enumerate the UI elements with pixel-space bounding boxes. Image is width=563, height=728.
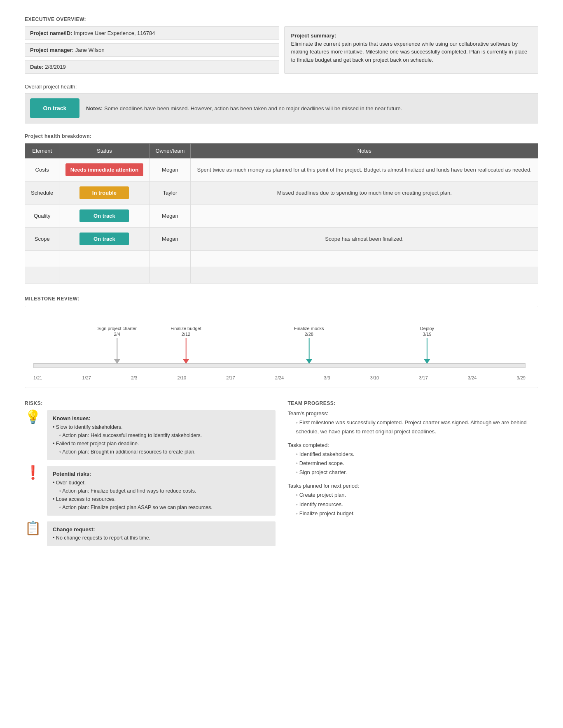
notes-cell: Spent twice as much money as planned for… [191, 158, 538, 181]
table-row: ScheduleIn troubleTaylorMissed deadlines… [25, 181, 538, 205]
notes-cell: Missed deadlines due to spending too muc… [191, 181, 538, 205]
table-row-empty [25, 267, 538, 284]
milestone-label: Deploy [420, 326, 434, 331]
project-summary-text: Eliminate the current pain points that u… [291, 41, 528, 63]
task-completed-item: Identified stakeholders. [296, 450, 539, 459]
tasks-completed-subsection: Tasks completed: Identified stakeholders… [288, 442, 539, 477]
tasks-completed-list: Identified stakeholders.Determined scope… [288, 450, 539, 477]
milestone-marker: Finalize budget2/12 [171, 326, 201, 364]
risk-line: • Failed to meet project plan deadline. [53, 440, 270, 448]
executive-overview-section: EXECUTIVE OVERVIEW: Project name/ID: Imp… [25, 16, 538, 74]
element-cell: Schedule [25, 181, 59, 205]
risk-content: Change request:• No change requests to r… [47, 521, 276, 547]
milestone-label: Finalize budget [171, 326, 201, 331]
axis-label: 2/24 [275, 375, 284, 380]
project-name-value: Improve User Experience, 116784 [74, 30, 155, 36]
status-badge: On track [79, 209, 129, 222]
task-completed-item: Sign project charter. [296, 468, 539, 477]
health-notes-text: Some deadlines have been missed. However… [104, 105, 402, 112]
table-row: QualityOn trackMegan [25, 205, 538, 228]
overall-health-box: On track Notes: Some deadlines have been… [25, 93, 538, 123]
risk-line: • Over budget. [53, 479, 270, 487]
risk-icon: 💡 [25, 410, 41, 423]
axis-label: 3/3 [324, 375, 330, 380]
risk-line: ◦ Action plan: Brought in additional res… [53, 448, 270, 456]
team-progress-title: TEAM PROGRESS: [288, 400, 539, 406]
team-progress-list: First milestone was successfully complet… [288, 418, 539, 436]
health-notes-label: Notes: [86, 105, 103, 112]
owner-cell: Taylor [150, 181, 191, 205]
owner-cell: Megan [150, 158, 191, 181]
exec-grid: Project name/ID: Improve User Experience… [25, 26, 538, 74]
status-badge: Needs immediate attention [65, 163, 143, 176]
axis-label: 2/17 [226, 375, 235, 380]
status-cell: In trouble [59, 181, 150, 205]
element-cell: Scope [25, 228, 59, 251]
risk-icon: ❗ [25, 466, 41, 479]
milestone-line [427, 338, 428, 359]
owner-cell: Megan [150, 205, 191, 228]
axis-label: 3/10 [370, 375, 379, 380]
risks-section: RISKS: 💡Known issues:• Slow to identify … [25, 400, 276, 552]
project-summary-label: Project summary: [291, 33, 336, 39]
risk-content: Potential risks:• Over budget.◦ Action p… [47, 466, 276, 516]
milestone-section: MILESTONE REVIEW: Sign project charter2/… [25, 296, 538, 388]
axis-label: 1/27 [82, 375, 91, 380]
breakdown-table: Element Status Owner/team Notes CostsNee… [25, 143, 538, 284]
notes-cell [191, 205, 538, 228]
axis-label: 3/17 [419, 375, 428, 380]
milestone-line [185, 338, 186, 359]
date-label: Date: [30, 64, 44, 70]
risk-icon: 📋 [25, 521, 41, 535]
axis-label: 3/29 [517, 375, 526, 380]
project-name-field: Project name/ID: Improve User Experience… [25, 26, 279, 40]
project-manager-value: Jane Wilson [75, 47, 105, 53]
overall-health-badge: On track [30, 98, 79, 118]
col-header-status: Status [59, 144, 150, 158]
axis-label: 1/21 [33, 375, 42, 380]
status-badge: On track [79, 233, 129, 245]
milestone-line [308, 338, 309, 359]
project-name-label: Project name/ID: [30, 30, 72, 36]
table-row-empty [25, 251, 538, 267]
date-field: Date: 2/8/2019 [25, 60, 279, 74]
risk-item: 📋Change request:• No change requests to … [25, 521, 276, 547]
milestone-marker: Deploy3/19 [420, 326, 434, 364]
owner-cell: Megan [150, 228, 191, 251]
health-breakdown-section: Project health breakdown: Element Status… [25, 133, 538, 284]
risk-title: Change request: [53, 526, 95, 533]
team-progress-item: First milestone was successfully complet… [296, 418, 539, 436]
status-cell: On track [59, 205, 150, 228]
risk-line: ◦ Action plan: Finalize project plan ASA… [53, 503, 270, 512]
risk-line: • Lose access to resources. [53, 495, 270, 503]
breakdown-title: Project health breakdown: [25, 133, 538, 139]
col-header-element: Element [25, 144, 59, 158]
tasks-completed-label: Tasks completed: [288, 442, 539, 448]
milestone-date: 2/12 [182, 332, 190, 337]
team-progress-label: Team's progress: [288, 410, 539, 416]
overall-health-label: Overall project health: [25, 84, 538, 90]
task-completed-item: Determined scope. [296, 459, 539, 468]
table-row: ScopeOn trackMeganScope has almost been … [25, 228, 538, 251]
overall-health-section: Overall project health: On track Notes: … [25, 84, 538, 123]
element-cell: Quality [25, 205, 59, 228]
team-progress-subsection: Team's progress: First milestone was suc… [288, 410, 539, 436]
project-summary-box: Project summary: Eliminate the current p… [284, 26, 539, 74]
risk-line: • Slow to identify stakeholders. [53, 423, 270, 431]
status-cell: Needs immediate attention [59, 158, 150, 181]
risk-title: Potential risks: [53, 471, 91, 477]
risk-title: Known issues: [53, 415, 91, 421]
project-manager-label: Project manager: [30, 47, 74, 53]
risk-line: • No change requests to report at this t… [53, 534, 270, 542]
axis-label: 2/10 [178, 375, 186, 380]
col-header-notes: Notes [191, 144, 538, 158]
milestone-title: MILESTONE REVIEW: [25, 296, 538, 302]
overall-health-notes: Notes: Some deadlines have been missed. … [86, 105, 533, 112]
tasks-planned-subsection: Tasks planned for next period: Create pr… [288, 483, 539, 518]
tasks-planned-list: Create project plan.Identify resources.F… [288, 491, 539, 518]
risk-content: Known issues:• Slow to identify stakehol… [47, 410, 276, 460]
status-cell: On track [59, 228, 150, 251]
risk-item: ❗Potential risks:• Over budget.◦ Action … [25, 466, 276, 516]
risk-item: 💡Known issues:• Slow to identify stakeho… [25, 410, 276, 460]
element-cell: Costs [25, 158, 59, 181]
